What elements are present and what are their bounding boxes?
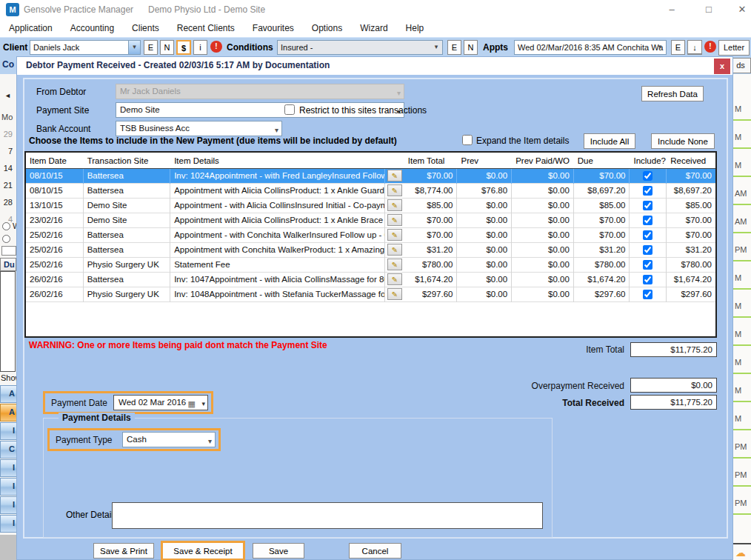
col-item-total[interactable]: Item Total xyxy=(404,156,458,165)
save-button[interactable]: Save xyxy=(253,543,304,559)
sidebar-button[interactable]: A xyxy=(0,385,16,403)
menu-options[interactable]: Options xyxy=(303,19,351,37)
table-row[interactable]: 23/02/16 Demo Site Appointment with Alic… xyxy=(26,213,715,228)
include-checkbox[interactable] xyxy=(643,186,652,196)
table-row[interactable]: 26/02/16 Physio Surgery UK Inv: 1048Appo… xyxy=(26,287,715,302)
sidebar-button[interactable]: I xyxy=(0,459,16,477)
sidebar-button[interactable]: I xyxy=(0,422,16,440)
menu-recent-clients[interactable]: Recent Clients xyxy=(168,19,244,37)
calendar-prev-icon[interactable]: ◄ xyxy=(4,92,11,99)
include-checkbox[interactable] xyxy=(643,230,652,240)
due-column-header[interactable]: Du xyxy=(0,258,16,271)
menu-accounting[interactable]: Accounting xyxy=(61,19,123,37)
menu-wizard[interactable]: Wizard xyxy=(351,19,396,37)
col-item-date[interactable]: Item Date xyxy=(26,156,84,165)
client-edit-button[interactable]: E xyxy=(144,40,158,55)
appts-combobox[interactable]: Wed 02/Mar/2016 8:35 AM Conchita Wa ▾ xyxy=(514,40,667,55)
save-receipt-button[interactable]: Save & Receipt xyxy=(161,541,245,560)
col-transaction-site[interactable]: Transaction Site xyxy=(84,156,170,165)
sidebar-button[interactable]: C xyxy=(0,441,16,459)
client-info-button[interactable]: i xyxy=(193,40,207,55)
table-row[interactable]: 08/10/15 Battersea Inv: 1024Appointment … xyxy=(26,169,715,184)
calendar-date[interactable]: 14 xyxy=(0,164,13,173)
conditions-edit-button[interactable]: E xyxy=(447,40,461,55)
col-prev-paid[interactable]: Prev Paid/WO xyxy=(512,156,574,165)
radio-button[interactable] xyxy=(2,235,10,243)
refresh-data-button[interactable]: Refresh Data xyxy=(641,86,704,101)
edit-item-button[interactable]: ✎ xyxy=(387,199,402,211)
sidebar-button[interactable]: I xyxy=(0,515,16,533)
calendar-date[interactable]: 21 xyxy=(0,181,13,190)
chevron-down-icon[interactable]: ▾ xyxy=(430,41,442,54)
chevron-down-icon[interactable]: ▾ xyxy=(654,41,666,54)
table-row[interactable]: 26/02/16 Battersea Inv: 1047Appointment … xyxy=(26,273,715,287)
include-none-button[interactable]: Include None xyxy=(651,133,715,149)
cancel-button[interactable]: Cancel xyxy=(349,543,401,559)
table-row[interactable]: 13/10/15 Demo Site Appointment - with Al… xyxy=(26,199,715,213)
client-billing-button[interactable]: $ xyxy=(176,40,191,55)
calendar-date[interactable]: 28 xyxy=(0,198,13,207)
edit-item-button[interactable]: ✎ xyxy=(387,184,402,196)
edit-item-button[interactable]: ✎ xyxy=(387,214,402,226)
calendar-date[interactable]: 29 xyxy=(0,130,13,139)
other-details-input[interactable] xyxy=(112,502,543,529)
table-row[interactable]: 08/10/15 Battersea Appointment with Alic… xyxy=(26,184,715,199)
include-checkbox[interactable] xyxy=(643,260,652,270)
calendar-icon[interactable]: ▦ xyxy=(188,397,196,411)
include-checkbox[interactable] xyxy=(643,201,652,210)
edit-item-button[interactable]: ✎ xyxy=(387,170,402,181)
payment-date-picker[interactable]: Wed 02 Mar 2016 ▦ ▾ xyxy=(113,395,208,410)
save-print-button[interactable]: Save & Print xyxy=(93,543,154,559)
radio-button[interactable] xyxy=(2,222,10,230)
chevron-down-icon[interactable]: ▾ xyxy=(201,397,205,411)
edit-item-button[interactable]: ✎ xyxy=(387,288,402,300)
restrict-checkbox[interactable] xyxy=(284,104,295,115)
calendar-date[interactable]: 7 xyxy=(0,147,13,156)
bank-account-combobox[interactable]: TSB Business Acc ▾ xyxy=(116,121,282,136)
minimize-button[interactable]: – xyxy=(659,1,684,18)
table-row[interactable]: 25/02/16 Battersea Appointment - with Co… xyxy=(26,228,715,243)
table-row[interactable]: 25/02/16 Physio Surgery UK Statement Fee… xyxy=(26,258,715,273)
background-partial-button[interactable]: ds xyxy=(730,58,751,73)
menu-clients[interactable]: Clients xyxy=(123,19,168,37)
edit-item-button[interactable]: ✎ xyxy=(387,244,402,256)
menu-favourites[interactable]: Favourites xyxy=(244,19,303,37)
conditions-combobox[interactable]: Insured - ▾ xyxy=(277,40,443,55)
client-alert-icon[interactable]: ! xyxy=(210,41,222,53)
chevron-down-icon[interactable]: ▾ xyxy=(128,41,140,54)
conditions-notes-button[interactable]: N xyxy=(464,40,478,55)
expand-details-checkbox[interactable] xyxy=(462,135,473,145)
download-icon[interactable]: ↓ xyxy=(687,40,702,55)
include-checkbox[interactable] xyxy=(643,290,652,299)
payment-type-combobox[interactable]: Cash ▾ xyxy=(122,432,216,447)
col-due[interactable]: Due xyxy=(574,156,630,165)
include-checkbox[interactable] xyxy=(643,275,652,284)
letter-button[interactable]: Letter xyxy=(718,40,750,56)
overpayment-field[interactable]: $0.00 xyxy=(630,378,717,393)
col-include[interactable]: Include? xyxy=(630,156,667,165)
appts-edit-button[interactable]: E xyxy=(671,40,685,55)
table-row[interactable]: 25/02/16 Battersea Appointment with Conc… xyxy=(26,243,715,258)
menu-application[interactable]: Application xyxy=(0,19,61,37)
appts-alert-icon[interactable]: ! xyxy=(704,41,716,53)
menu-help[interactable]: Help xyxy=(397,19,433,37)
sidebar-button[interactable]: I xyxy=(0,478,16,496)
client-notes-button[interactable]: N xyxy=(160,40,174,55)
sidebar-button[interactable]: I xyxy=(0,496,16,514)
edit-item-button[interactable]: ✎ xyxy=(387,273,402,285)
include-checkbox[interactable] xyxy=(643,245,652,255)
edit-item-button[interactable]: ✎ xyxy=(387,259,402,270)
dialog-close-button[interactable]: x xyxy=(714,59,730,74)
col-item-details[interactable]: Item Details xyxy=(170,156,385,165)
include-checkbox[interactable] xyxy=(643,216,652,225)
client-combobox[interactable]: Daniels Jack ▾ xyxy=(30,40,141,55)
background-input[interactable] xyxy=(1,246,16,256)
close-button[interactable]: ✕ xyxy=(730,1,751,18)
edit-item-button[interactable]: ✎ xyxy=(387,229,402,241)
maximize-button[interactable]: □ xyxy=(696,1,721,18)
include-all-button[interactable]: Include All xyxy=(584,133,635,149)
col-prev[interactable]: Prev xyxy=(457,156,512,165)
include-checkbox[interactable] xyxy=(643,171,652,181)
chevron-down-icon[interactable]: ▾ xyxy=(208,434,212,448)
col-received[interactable]: Received xyxy=(667,156,715,165)
